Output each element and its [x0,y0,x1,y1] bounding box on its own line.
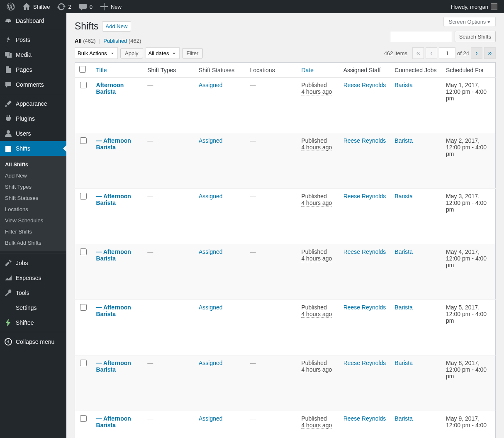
select-all-checkbox[interactable] [79,66,86,73]
row-status-link[interactable]: Assigned [199,137,223,144]
row-status-link[interactable]: Assigned [199,193,223,200]
current-page-input[interactable] [439,47,455,59]
my-account[interactable]: Howdy, morgan [448,0,501,13]
row-title-link[interactable]: — Afternoon Barista [96,248,131,262]
main-content: Screen Options Shifts Add New All (462) … [66,13,504,438]
row-status-link[interactable]: Assigned [199,82,223,88]
row-status-link[interactable]: Assigned [199,360,223,366]
submenu-item-add-new[interactable]: Add New [0,170,66,181]
search-input[interactable] [390,31,452,42]
submenu-item-all-shifts[interactable]: All Shifts [0,159,66,170]
row-title-link[interactable]: Afternoon Barista [96,82,124,95]
row-status-link[interactable]: Assigned [199,415,223,422]
row-staff-link[interactable]: Reese Reynolds [343,304,386,311]
row-staff-link[interactable]: Reese Reynolds [343,360,386,366]
menu-item-dashboard[interactable]: Dashboard [0,13,66,28]
filter-published[interactable]: Published [103,38,127,44]
submenu-item-locations[interactable]: Locations [0,204,66,215]
row-scheduled: May 5, 2017, 12:00 pm - 4:00 pm [446,304,487,324]
row-staff-link[interactable]: Reese Reynolds [343,248,386,255]
menu-item-shifts[interactable]: Shifts [0,141,66,156]
row-staff-link[interactable]: Reese Reynolds [343,415,386,422]
wrench-icon [4,289,12,297]
row-title-link[interactable]: — Afternoon Barista [96,415,131,428]
row-staff-link[interactable]: Reese Reynolds [343,137,386,144]
menu-label: Collapse menu [16,338,54,345]
user-icon [4,129,12,138]
row-checkbox[interactable] [80,248,87,255]
menu-item-plugins[interactable]: Plugins [0,111,66,126]
menu-label: Shifts [16,145,30,152]
filter-all[interactable]: All [75,38,82,44]
comments-link[interactable]: 0 [75,0,96,13]
menu-item-tools[interactable]: Tools [0,285,66,300]
calendar-icon [4,144,12,153]
menu-item-posts[interactable]: Posts [0,32,66,47]
new-content-link[interactable]: New [97,0,125,13]
row-checkbox[interactable] [80,304,87,311]
row-status-link[interactable]: Assigned [199,304,223,311]
menu-item-jobs[interactable]: Jobs [0,256,66,270]
row-status-link[interactable]: Assigned [199,248,223,255]
row-locations: — [250,415,256,422]
screen-options-toggle[interactable]: Screen Options [443,17,496,27]
menu-item-collapse-menu[interactable]: Collapse menu [0,334,66,349]
site-name-link[interactable]: Shiftee [19,0,53,13]
menu-item-users[interactable]: Users [0,126,66,141]
row-job-link[interactable]: Barista [394,193,413,200]
submenu-item-shift-types[interactable]: Shift Types [0,181,66,192]
menu-item-appearance[interactable]: Appearance [0,96,66,111]
menu-item-settings[interactable]: Settings [0,300,66,315]
submenu-item-filter-shifts[interactable]: Filter Shifts [0,226,66,237]
menu-label: Shiftee [16,319,34,326]
updates-link[interactable]: 2 [54,0,74,13]
row-staff-link[interactable]: Reese Reynolds [343,193,386,200]
row-checkbox[interactable] [80,415,87,422]
menu-item-pages[interactable]: Pages [0,62,66,77]
pagination: 462 items « ‹ of 24 › » [384,47,496,59]
greeting-label: Howdy, morgan [451,4,488,10]
menu-item-comments[interactable]: Comments [0,77,66,92]
col-title[interactable]: Title [96,67,107,73]
row-scheduled: May 2, 2017, 12:00 pm - 4:00 pm [446,137,487,157]
menu-item-media[interactable]: Media [0,47,66,62]
table-row: — Afternoon Barista—Assigned—Published4 … [75,300,496,355]
last-page-button[interactable]: » [484,47,496,59]
new-label: New [111,4,122,10]
row-job-link[interactable]: Barista [394,248,413,255]
table-row: Afternoon Barista—Assigned—Published4 ho… [75,78,496,133]
row-job-link[interactable]: Barista [394,360,413,366]
submenu-item-bulk-add-shifts[interactable]: Bulk Add Shifts [0,237,66,248]
row-checkbox[interactable] [80,82,87,88]
submenu-item-view-schedules[interactable]: View Schedules [0,215,66,226]
menu-label: Comments [16,81,44,88]
menu-item-expenses[interactable]: Expenses [0,270,66,285]
row-date-rel: 4 hours ago [301,255,332,262]
row-checkbox[interactable] [80,193,87,200]
row-checkbox[interactable] [80,360,87,366]
row-title-link[interactable]: — Afternoon Barista [96,360,131,373]
row-date-rel: 4 hours ago [301,311,332,318]
row-job-link[interactable]: Barista [394,82,413,88]
menu-item-shiftee[interactable]: Shiftee [0,315,66,330]
filter-button[interactable]: Filter [182,48,203,58]
row-job-link[interactable]: Barista [394,137,413,144]
date-filter-select[interactable]: All dates [146,47,180,59]
col-date[interactable]: Date [301,67,314,73]
apply-button[interactable]: Apply [120,48,143,58]
wp-logo[interactable] [3,0,18,13]
row-job-link[interactable]: Barista [394,304,413,311]
search-button[interactable]: Search Shifts [455,31,496,42]
next-page-button[interactable]: › [471,47,482,59]
submenu-item-shift-statuses[interactable]: Shift Statuses [0,192,66,204]
row-title-link[interactable]: — Afternoon Barista [96,193,131,206]
row-title-link[interactable]: — Afternoon Barista [96,304,131,317]
row-job-link[interactable]: Barista [394,415,413,422]
row-staff-link[interactable]: Reese Reynolds [343,82,386,88]
row-date-rel: 4 hours ago [301,366,332,373]
row-checkbox[interactable] [80,137,87,144]
bulk-actions-select[interactable]: Bulk Actions [75,47,118,59]
row-title-link[interactable]: — Afternoon Barista [96,137,131,151]
add-new-button[interactable]: Add New [102,21,131,32]
admin-sidebar: DashboardPostsMediaPagesCommentsAppearan… [0,13,66,438]
